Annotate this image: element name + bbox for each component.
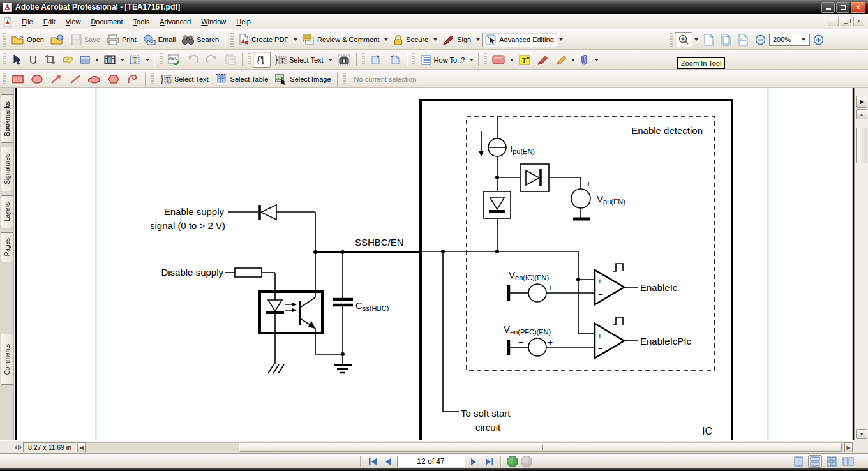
toolbar-grip[interactable] [3, 53, 6, 66]
tab-signatures[interactable]: Signatures [1, 147, 13, 191]
menu-tools[interactable]: Tools [128, 16, 155, 27]
sign-button[interactable]: Sign [439, 33, 474, 47]
hscroll-right-button[interactable]: ▶ [844, 442, 853, 452]
actual-size-button[interactable] [700, 32, 717, 48]
text-edits-button[interactable]: T [516, 53, 534, 67]
zoom-out-button[interactable] [752, 33, 769, 47]
doc-restore-button[interactable] [841, 17, 851, 26]
open-web-button[interactable] [47, 33, 68, 47]
toolbar-grip[interactable] [230, 33, 234, 47]
tab-bookmarks[interactable]: Bookmarks [1, 94, 13, 143]
touchup-text-tool[interactable]: T [126, 52, 144, 67]
minimize-button[interactable] [821, 2, 835, 13]
select-text-button[interactable]: T Select Text [156, 71, 212, 87]
email-button[interactable]: Email [140, 33, 179, 47]
menu-advanced[interactable]: Advanced [154, 16, 196, 27]
toolbar-grip[interactable] [248, 53, 251, 66]
oval-tool[interactable] [27, 72, 47, 86]
select-text-dropdown[interactable] [329, 59, 333, 61]
how-to-dropdown[interactable] [470, 59, 474, 61]
show-pane-button[interactable] [856, 96, 867, 108]
tab-layers[interactable]: Layers [1, 195, 13, 228]
article-tool[interactable] [25, 52, 41, 68]
pencil-tool[interactable] [534, 52, 552, 67]
select-object-tool[interactable] [8, 52, 25, 68]
forms-dropdown[interactable] [95, 59, 99, 61]
zoom-tool-dropdown[interactable] [694, 38, 698, 41]
next-view-nav-button[interactable]: → [521, 456, 532, 467]
select-text-tool[interactable]: T Select Text [271, 52, 327, 68]
how-to-button[interactable]: How To..? [417, 53, 468, 67]
fit-page-button[interactable] [717, 32, 735, 48]
attach-dropdown[interactable] [595, 59, 599, 61]
splitter-icon[interactable] [15, 444, 22, 451]
menu-help[interactable]: Help [231, 16, 256, 27]
restore-button[interactable] [836, 2, 849, 13]
snapshot-tool[interactable] [334, 52, 354, 68]
highlighter-dropdown[interactable] [572, 58, 574, 62]
first-page-button[interactable] [366, 455, 379, 468]
select-image-button[interactable]: Select Image [271, 71, 334, 87]
vertical-scrollbar[interactable]: ▲ ▼ [854, 88, 868, 440]
last-page-button[interactable] [483, 455, 495, 468]
sign-dropdown[interactable] [476, 38, 480, 41]
fit-width-button[interactable] [735, 32, 752, 48]
previous-view-nav-button[interactable]: ← [507, 456, 518, 467]
menu-file[interactable]: File [17, 16, 38, 27]
polygon-line-tool[interactable] [123, 72, 142, 86]
toolbar-grip[interactable] [362, 53, 365, 66]
document-page[interactable]: Enable detection Ipu(EN) + − Vpu(EN) [14, 88, 854, 440]
doc-close-button[interactable]: × [853, 17, 864, 26]
crop-tool[interactable] [41, 52, 59, 67]
tab-pages[interactable]: Pages [1, 232, 13, 262]
scroll-up-button[interactable]: ▲ [856, 109, 867, 119]
hscroll-track[interactable] [86, 442, 853, 452]
link-tool[interactable] [59, 52, 77, 67]
next-view-button[interactable] [385, 52, 404, 68]
line-tool[interactable] [66, 72, 85, 86]
highlight-color-button[interactable] [489, 53, 508, 66]
print-button[interactable]: Print [103, 33, 140, 47]
continuous-layout-button[interactable] [808, 455, 822, 468]
menu-view[interactable]: View [61, 16, 86, 27]
toolbar-grip[interactable] [3, 33, 6, 47]
next-page-button[interactable] [467, 455, 480, 468]
zoom-in-tool-button[interactable] [675, 32, 692, 47]
arrow-tool[interactable] [47, 72, 66, 86]
select-table-button[interactable]: Select Table [212, 71, 272, 87]
vscroll-thumb[interactable] [856, 128, 867, 163]
hscroll-left-button[interactable]: ◀ [77, 442, 86, 452]
open-button[interactable]: Open [8, 33, 47, 47]
save-button[interactable]: Save [68, 33, 103, 47]
create-pdf-dropdown[interactable] [294, 38, 297, 41]
highlighter-tool[interactable] [552, 52, 571, 67]
continuous-facing-layout-button[interactable] [825, 455, 839, 468]
attach-tool[interactable] [576, 52, 593, 68]
doc-minimize-button[interactable]: – [828, 17, 839, 26]
polygon-tool[interactable] [104, 72, 123, 86]
spellcheck-button[interactable]: ABC [165, 52, 183, 67]
search-button[interactable]: Search [179, 33, 222, 47]
review-comment-button[interactable]: Review & Comment [299, 33, 382, 47]
tab-comments[interactable]: Comments [1, 334, 13, 385]
forms-tool[interactable] [77, 53, 93, 66]
undo-button[interactable] [183, 52, 202, 67]
redo-button[interactable] [202, 52, 221, 67]
toolbar-grip[interactable] [160, 53, 163, 66]
hscroll-thumb[interactable] [239, 443, 842, 452]
zoom-level-combo[interactable]: 200% [769, 34, 810, 46]
review-comment-dropdown[interactable] [384, 38, 388, 41]
close-button[interactable]: × [851, 2, 865, 13]
highlight-color-dropdown[interactable] [510, 59, 514, 61]
cloud-tool[interactable] [85, 72, 104, 86]
toolbar-grip[interactable] [151, 73, 154, 85]
menu-window[interactable]: Window [196, 16, 231, 27]
advanced-editing-button[interactable]: Advanced Editing [482, 33, 557, 47]
single-page-layout-button[interactable] [791, 455, 805, 468]
secure-button[interactable]: Secure [390, 33, 431, 47]
copy-button[interactable] [221, 52, 239, 67]
previous-view-button[interactable] [367, 52, 385, 68]
hand-tool[interactable] [253, 52, 271, 68]
zoom-in-button[interactable] [810, 33, 827, 47]
zoom-level-dropdown[interactable] [802, 38, 805, 41]
